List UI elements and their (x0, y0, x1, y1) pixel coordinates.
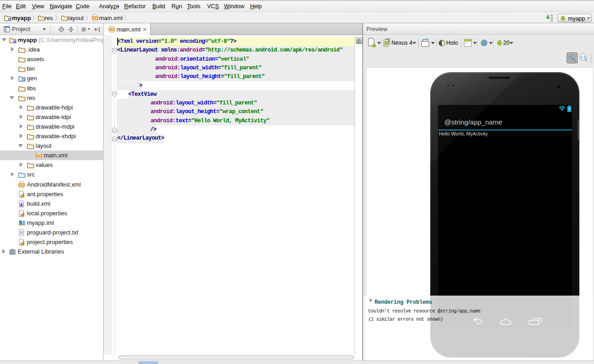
svg-text:1:1: 1:1 (580, 55, 586, 59)
svg-text:01: 01 (550, 20, 553, 22)
